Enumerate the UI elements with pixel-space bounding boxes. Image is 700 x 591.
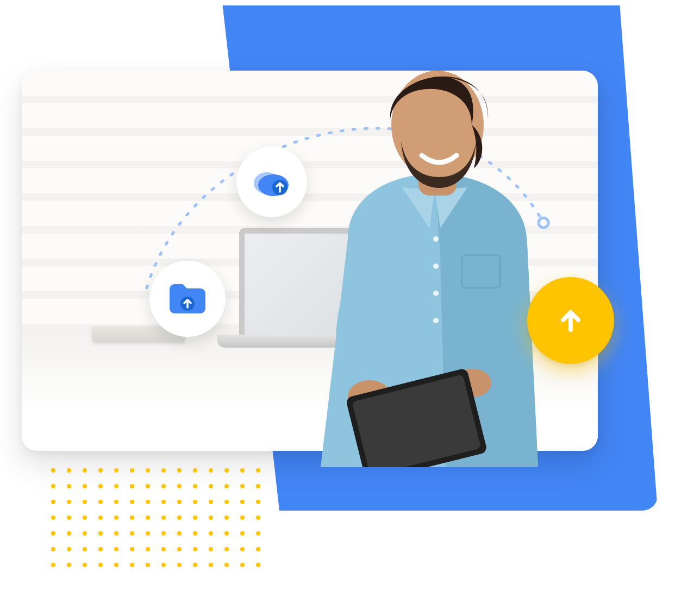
svg-point-96 (209, 547, 213, 551)
svg-point-110 (209, 563, 213, 567)
svg-point-107 (161, 563, 166, 567)
svg-point-75 (98, 531, 103, 536)
svg-point-46 (83, 500, 87, 504)
svg-point-108 (177, 563, 182, 567)
svg-point-102 (83, 563, 87, 567)
svg-point-86 (51, 547, 55, 551)
svg-point-99 (256, 547, 260, 551)
svg-point-50 (146, 500, 150, 504)
svg-point-82 (209, 531, 213, 536)
svg-point-89 (98, 547, 103, 551)
svg-point-22 (146, 468, 150, 473)
svg-point-44 (51, 500, 55, 504)
svg-point-54 (209, 500, 213, 504)
cloud-upload-icon (251, 167, 293, 197)
svg-point-73 (67, 531, 71, 536)
svg-point-27 (224, 468, 229, 473)
svg-point-67 (193, 515, 197, 520)
svg-point-40 (209, 484, 213, 488)
svg-point-35 (130, 484, 134, 488)
svg-point-18 (83, 468, 87, 473)
svg-point-33 (98, 484, 103, 488)
svg-point-81 (193, 531, 197, 536)
svg-point-51 (161, 500, 166, 504)
svg-point-58 (51, 515, 55, 520)
svg-point-61 (98, 515, 103, 520)
svg-point-88 (83, 547, 87, 551)
svg-point-53 (193, 500, 197, 504)
svg-point-38 (177, 484, 182, 488)
svg-point-16 (51, 468, 55, 473)
svg-point-26 (209, 468, 213, 473)
laptop-screen (239, 228, 413, 337)
svg-point-83 (224, 531, 229, 536)
svg-point-63 (130, 515, 134, 520)
svg-point-25 (193, 468, 197, 473)
svg-point-39 (193, 484, 197, 488)
svg-point-105 (130, 563, 134, 567)
svg-point-94 (177, 547, 182, 551)
arrow-up-icon (554, 304, 588, 337)
svg-point-47 (98, 500, 103, 504)
svg-point-90 (114, 547, 118, 551)
svg-point-32 (83, 484, 87, 488)
svg-point-56 (240, 500, 245, 504)
svg-point-68 (209, 515, 213, 520)
svg-point-85 (256, 531, 260, 536)
svg-point-103 (98, 563, 103, 567)
svg-point-45 (67, 500, 71, 504)
svg-point-49 (130, 500, 134, 504)
svg-point-104 (114, 563, 118, 567)
svg-point-113 (256, 563, 260, 567)
svg-point-91 (130, 547, 134, 551)
svg-point-66 (177, 515, 182, 520)
svg-point-65 (161, 515, 166, 520)
photo-card (22, 71, 598, 451)
svg-point-101 (67, 563, 71, 567)
svg-point-77 (130, 531, 134, 536)
svg-point-84 (240, 531, 245, 536)
svg-point-60 (83, 515, 87, 520)
svg-point-98 (240, 547, 245, 551)
cloud-upload-chip (236, 147, 307, 217)
svg-point-112 (240, 563, 245, 567)
dot-grid: [] (50, 467, 273, 581)
svg-point-62 (114, 515, 118, 520)
svg-point-41 (224, 484, 229, 488)
svg-point-92 (146, 547, 150, 551)
svg-point-87 (67, 547, 71, 551)
hero-illustration: [] (0, 0, 700, 591)
svg-point-42 (240, 484, 245, 488)
upload-button[interactable] (527, 277, 614, 364)
svg-point-57 (256, 500, 260, 504)
svg-point-34 (114, 484, 118, 488)
folder-upload-chip (149, 261, 226, 337)
svg-point-70 (240, 515, 245, 520)
svg-point-97 (224, 547, 229, 551)
svg-point-93 (161, 547, 166, 551)
svg-point-111 (224, 563, 229, 567)
svg-point-76 (114, 531, 118, 536)
svg-point-36 (146, 484, 150, 488)
svg-point-24 (177, 468, 182, 473)
svg-point-55 (224, 500, 229, 504)
svg-point-109 (193, 563, 197, 567)
svg-point-71 (256, 515, 260, 520)
svg-point-37 (161, 484, 166, 488)
svg-point-29 (256, 468, 260, 473)
svg-point-74 (83, 531, 87, 536)
svg-point-100 (51, 563, 55, 567)
svg-point-95 (193, 547, 197, 551)
svg-point-23 (161, 468, 166, 473)
svg-point-19 (98, 468, 103, 473)
svg-point-21 (130, 468, 134, 473)
svg-point-30 (51, 484, 55, 488)
svg-point-80 (177, 531, 182, 536)
svg-point-64 (146, 515, 150, 520)
svg-point-43 (256, 484, 260, 488)
svg-point-59 (67, 515, 71, 520)
svg-point-20 (114, 468, 118, 473)
folder-upload-icon (167, 282, 208, 316)
svg-point-72 (51, 531, 55, 536)
svg-point-31 (67, 484, 71, 488)
